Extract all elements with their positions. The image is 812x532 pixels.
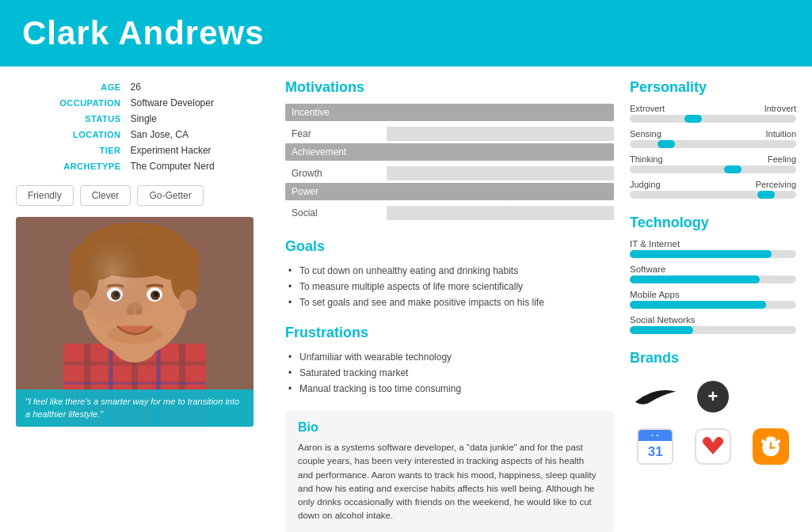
personality-section: Personality Extrovert Introvert Sensing … [630,79,796,199]
tech-it-label: IT & Internet [630,239,796,249]
bio-text: Aaron is a systems software developer, a… [298,441,601,523]
brand-health-plus: + [688,374,739,418]
location-label: LOCATION [16,127,128,142]
goals-title: Goals [285,238,614,255]
tech-it-internet: IT & Internet [630,239,796,258]
tags-container: Friendly Clever Go-Getter [16,185,269,206]
goal-item: To set goals and see and make positive i… [288,294,614,310]
personality-judging-perceiving: Judging Perceiving [630,180,796,199]
personality-left-label: Extrovert [630,104,665,113]
tech-mobile-apps: Mobile Apps [630,290,796,309]
brand-google-calendar: ▪ ▪ 31 [630,424,681,468]
personality-extrovert-introvert: Extrovert Introvert [630,104,796,123]
tech-social-networks: Social Networks [630,315,796,334]
motivation-achievement: Achievement [285,143,614,161]
technology-title: Technology [630,215,796,231]
brands-grid: + ▪ ▪ 31 [630,374,796,468]
technology-section: Technology IT & Internet Software Mobile… [630,215,796,334]
tag-gogetter: Go-Getter [137,185,203,206]
header: Clark Andrews [0,0,812,66]
tech-software: Software [630,264,796,283]
motivations-section: Motivations Incentive Fear [285,79,614,222]
goals-section: Goals To cut down on unhealthy eating an… [285,238,614,310]
photo-caption: "I feel like there's a smarter way for m… [16,390,254,427]
status-label: STATUS [16,111,128,127]
brands-title: Brands [630,350,796,367]
svg-point-18 [179,290,196,310]
plus-icon: + [697,381,729,412]
motivation-incentive: Incentive [285,104,614,121]
personality-left-label: Sensing [630,129,661,139]
brand-placeholder [745,374,796,418]
profile-photo: "I feel like there's a smarter way for m… [16,217,254,427]
page-title: Clark Andrews [22,14,790,52]
archetype-value: The Computer Nerd [128,158,269,174]
svg-point-29 [75,233,170,344]
goal-item: To cut down on unhealthy eating and drin… [288,263,614,279]
tier-label: TIER [16,142,128,158]
personality-right-label: Feeling [768,154,796,164]
personality-thinking-feeling: Thinking Feeling [630,154,796,173]
tech-software-label: Software [630,264,796,274]
tag-friendly: Friendly [16,185,74,206]
brand-alarm-app [745,424,796,468]
svg-point-36 [776,439,780,443]
brands-section: Brands + ▪ ▪ [630,350,796,468]
personality-right-label: Intuition [765,129,796,139]
motivation-growth-label: Growth [285,164,614,183]
goals-list: To cut down on unhealthy eating and drin… [285,263,614,310]
tech-social-label: Social Networks [630,315,796,325]
tag-clever: Clever [80,185,132,206]
svg-point-35 [761,439,765,443]
location-value: San Jose, CA [128,127,269,142]
svg-point-31 [765,436,776,441]
motivations-title: Motivations [285,79,614,96]
brand-heart-app [688,424,739,468]
personality-title: Personality [630,79,796,96]
left-column: AGE 26 OCCUPATION Software Developer STA… [16,79,269,532]
status-value: Single [128,111,269,127]
frustration-item: Unfamiliar with wearable technology [288,349,614,365]
motivation-social-label: Social [285,203,614,222]
personality-right-label: Introvert [764,104,796,113]
main-content: AGE 26 OCCUPATION Software Developer STA… [0,66,812,532]
personality-sensing-intuition: Sensing Intuition [630,129,796,148]
tier-value: Experiment Hacker [128,142,269,158]
frustration-item: Manual tracking is too time consuming [288,381,614,397]
middle-column: Motivations Incentive Fear [285,79,614,532]
svg-point-34 [769,446,772,449]
brand-nike [630,374,681,418]
bio-section: Bio Aaron is a systems software develope… [285,411,614,532]
archetype-label: ARCHETYPE [16,158,128,174]
bio-title: Bio [298,420,601,435]
personality-left-label: Judging [630,180,661,189]
occupation-value: Software Developer [128,95,269,111]
age-label: AGE [16,79,128,95]
right-column: Personality Extrovert Introvert Sensing … [630,79,796,532]
personality-left-label: Thinking [630,154,663,164]
occupation-label: OCCUPATION [16,95,128,111]
goal-item: To measure multiple aspects of life more… [288,279,614,294]
tech-mobile-label: Mobile Apps [630,290,796,299]
personality-right-label: Perceiving [756,180,796,189]
age-value: 26 [128,79,269,95]
motivation-fear-label: Fear [285,124,614,143]
motivation-power: Power [285,183,614,200]
frustrations-list: Unfamiliar with wearable technology Satu… [285,349,614,397]
frustration-item: Saturated tracking market [288,365,614,381]
frustrations-section: Frustrations Unfamiliar with wearable te… [285,325,614,397]
frustrations-title: Frustrations [285,325,614,341]
profile-info: AGE 26 OCCUPATION Software Developer STA… [16,79,269,174]
